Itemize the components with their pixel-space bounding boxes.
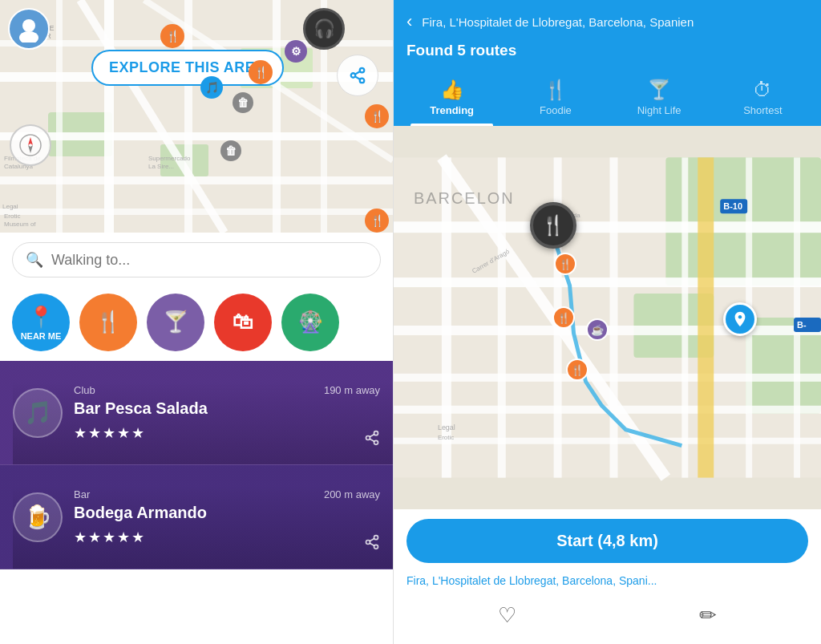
venue-list: 🎵 Club 190 m away Bar Pesca Salada ★★★★★ [0, 361, 393, 644]
foodie-icon: 🍴 [544, 79, 568, 101]
svg-point-38 [374, 440, 378, 444]
svg-text:Erotic: Erotic [4, 213, 20, 220]
map-pin-food-4[interactable]: 🍴 [365, 209, 389, 233]
svg-text:B-10: B-10 [723, 201, 742, 211]
svg-rect-10 [56, 0, 63, 233]
avatar [8, 8, 50, 50]
svg-marker-34 [28, 137, 33, 145]
svg-text:B-: B- [797, 320, 807, 330]
svg-rect-8 [184, 0, 192, 233]
svg-line-40 [370, 434, 374, 436]
tab-trending-label: Trending [430, 104, 474, 116]
events-icon: 🎡 [297, 310, 323, 334]
route-start-marker: 🍴 [530, 202, 576, 249]
venue-info-1: Club 190 m away Bar Pesca Salada ★★★★★ [74, 384, 380, 442]
tab-nightlife[interactable]: 🍸 Night Life [608, 71, 711, 126]
routes-found-label: Found 5 routes [394, 38, 821, 71]
map-pin-gray-1[interactable]: 🗑 [233, 92, 253, 113]
svg-rect-53 [394, 374, 821, 382]
svg-text:Legal: Legal [2, 203, 18, 210]
trending-icon: 👍 [440, 79, 464, 101]
venue-item[interactable]: 🎵 Club 190 m away Bar Pesca Salada ★★★★★ [0, 361, 393, 465]
tab-shortest[interactable]: ⏱ Shortest [711, 71, 815, 126]
svg-rect-59 [609, 157, 617, 477]
venue-share-button-2[interactable] [364, 534, 380, 554]
map-pin-blue-1[interactable]: 🎵 [200, 76, 223, 99]
svg-line-32 [355, 71, 360, 75]
tab-foodie-label: Foodie [540, 104, 572, 116]
svg-text:Erotic: Erotic [438, 434, 454, 441]
svg-point-36 [374, 431, 378, 435]
back-button[interactable]: ‹ [406, 11, 412, 32]
tab-nightlife-label: Night Life [637, 104, 681, 116]
svg-text:La Sire...: La Sire... [148, 163, 174, 170]
svg-text:Supermercado: Supermercado [148, 155, 191, 162]
edit-button[interactable]: ✏ [699, 603, 717, 628]
map-pin-headphone[interactable]: 🎧 [303, 8, 345, 50]
venue-distance-1: 190 m away [324, 384, 380, 396]
route-bottom: Start (4,8 km) Fira, L'Hospitalet de Llo… [394, 509, 821, 644]
food-button[interactable]: 🍴 [79, 294, 137, 351]
tab-shortest-label: Shortest [743, 104, 782, 116]
venue-share-button-1[interactable] [364, 430, 380, 450]
route-pin-orange-3: 🍴 [566, 358, 588, 381]
venue-distance-2: 200 m away [324, 488, 380, 500]
drinks-button[interactable]: 🍸 [147, 294, 204, 351]
venue-beer-icon: 🍺 [24, 504, 52, 530]
map-pin-food-3[interactable]: 🍴 [365, 104, 389, 128]
tab-trending[interactable]: 👍 Trending [400, 71, 504, 126]
venue-type-2: Bar [74, 488, 90, 500]
svg-line-45 [370, 538, 374, 541]
route-actions: ♡ ✏ [406, 600, 808, 631]
venue-icon-circle-1: 🎵 [13, 388, 63, 438]
svg-point-43 [374, 545, 378, 549]
food-icon: 🍴 [95, 310, 121, 334]
route-pin-orange-2: 🍴 [552, 306, 575, 329]
share-button[interactable] [337, 55, 378, 96]
svg-text:Museum of: Museum of [4, 221, 36, 228]
near-me-icon: 📍 [28, 305, 54, 330]
svg-point-42 [366, 541, 370, 545]
route-pin-orange-1: 🍴 [554, 253, 576, 275]
right-panel: ‹ Fira, L'Hospitalet de Llobregat, Barce… [393, 0, 821, 644]
route-destination-pin [723, 302, 757, 336]
venue-item[interactable]: 🍺 Bar 200 m away Bodega Armando ★★★★★ [0, 465, 393, 569]
svg-rect-50 [394, 221, 821, 233]
route-pin-purple: ☕ [586, 318, 609, 341]
shopping-icon: 🛍 [233, 310, 253, 334]
svg-line-31 [355, 76, 360, 79]
category-row: 📍 NEAR ME 🍴 🍸 🛍 🎡 [0, 287, 393, 361]
map-pin-purple-1[interactable]: ⚙ [285, 40, 307, 63]
route-header: ‹ Fira, L'Hospitalet de Llobregat, Barce… [394, 0, 821, 126]
svg-rect-13 [0, 209, 393, 215]
start-button[interactable]: Start (4,8 km) [406, 519, 808, 563]
left-panel: DET KINESISKE KVARTER Filmoteca de Catal… [0, 0, 393, 644]
tab-foodie[interactable]: 🍴 Foodie [504, 71, 607, 126]
svg-rect-60 [681, 157, 688, 477]
near-me-button[interactable]: 📍 NEAR ME [12, 294, 70, 351]
map-area: DET KINESISKE KVARTER Filmoteca de Catal… [0, 0, 393, 233]
svg-point-41 [374, 536, 378, 540]
map-pin-food-1[interactable]: 🍴 [160, 24, 184, 48]
venue-name-2: Bodega Armando [74, 504, 380, 522]
compass-icon[interactable] [10, 124, 51, 166]
events-button[interactable]: 🎡 [281, 294, 339, 351]
svg-point-26 [22, 19, 35, 32]
favorite-button[interactable]: ♡ [498, 603, 516, 628]
svg-rect-64 [698, 157, 714, 477]
search-bar[interactable]: 🔍 [12, 242, 381, 277]
search-icon: 🔍 [26, 251, 43, 269]
map-pin-gray-2[interactable]: 🗑 [220, 140, 241, 161]
svg-rect-55 [394, 438, 821, 444]
shortest-icon: ⏱ [753, 79, 772, 101]
search-input[interactable] [51, 252, 367, 269]
svg-point-28 [360, 68, 365, 73]
shopping-button[interactable]: 🛍 [214, 294, 272, 351]
map-pin-food-2[interactable]: 🍴 [249, 60, 273, 84]
svg-line-39 [370, 439, 374, 441]
svg-text:BARCELON: BARCELON [414, 189, 515, 207]
svg-rect-51 [394, 277, 821, 287]
nightlife-icon: 🍸 [647, 79, 671, 101]
venue-icon-circle-2: 🍺 [13, 492, 63, 542]
route-location-text: Fira, L'Hospitalet de Llobregat, Barcelo… [406, 574, 808, 587]
